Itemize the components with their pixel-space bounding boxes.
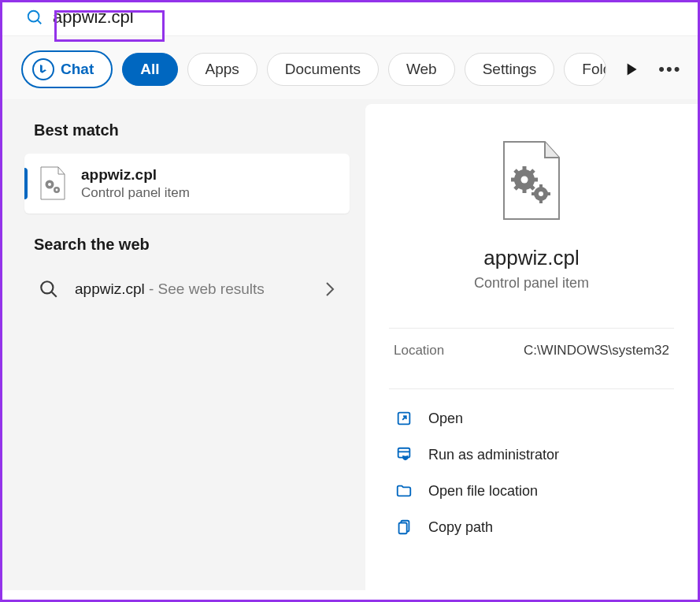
tab-chat[interactable]: Chat	[21, 50, 113, 88]
svg-line-19	[515, 185, 519, 189]
web-search-label: appwiz.cpl - See web results	[75, 281, 309, 298]
action-open-location[interactable]: Open file location	[389, 473, 674, 509]
tab-web[interactable]: Web	[388, 53, 455, 86]
actions-list: Open Run as administrator Open file loca…	[389, 388, 674, 545]
action-copy-path-label: Copy path	[428, 519, 493, 536]
svg-line-17	[530, 185, 534, 189]
filter-bar: Chat All Apps Documents Web Settings Fol…	[2, 35, 698, 99]
action-run-admin-label: Run as administrator	[428, 447, 559, 463]
svg-line-1	[38, 20, 42, 24]
svg-point-10	[521, 177, 528, 184]
tab-apps[interactable]: Apps	[187, 53, 257, 86]
tab-folders[interactable]: Folders	[564, 53, 606, 86]
selection-accent	[24, 168, 28, 199]
best-match-header: Best match	[34, 121, 350, 139]
meta-location: Location C:\WINDOWS\system32	[389, 328, 674, 373]
action-open[interactable]: Open	[389, 400, 674, 437]
svg-point-0	[28, 11, 39, 22]
chevron-right-icon	[324, 281, 335, 298]
result-title: appwiz.cpl	[81, 166, 190, 184]
folder-icon	[395, 482, 413, 500]
detail-pane: appwiz.cpl Control panel item Location C…	[365, 104, 698, 590]
search-window: Chat All Apps Documents Web Settings Fol…	[0, 0, 700, 602]
web-search-item[interactable]: appwiz.cpl - See web results	[24, 268, 350, 310]
best-match-result[interactable]: appwiz.cpl Control panel item	[24, 154, 350, 214]
svg-point-6	[41, 281, 53, 293]
control-panel-file-icon-large	[499, 140, 564, 222]
detail-subtitle: Control panel item	[389, 275, 674, 292]
content-area: Best match appwiz.cpl Control panel item…	[2, 99, 698, 590]
web-search-secondary: - See web results	[145, 281, 265, 297]
svg-point-11	[539, 191, 543, 196]
detail-title: appwiz.cpl	[389, 246, 674, 270]
result-text: appwiz.cpl Control panel item	[81, 166, 190, 201]
svg-line-16	[515, 170, 519, 174]
search-icon	[26, 9, 43, 26]
svg-line-7	[52, 292, 57, 297]
action-run-admin[interactable]: Run as administrator	[389, 437, 674, 473]
tab-all[interactable]: All	[122, 53, 177, 86]
copy-icon	[395, 518, 413, 536]
action-open-label: Open	[428, 411, 463, 427]
tab-settings[interactable]: Settings	[465, 53, 555, 86]
control-panel-file-icon	[39, 166, 67, 201]
results-pane: Best match appwiz.cpl Control panel item…	[2, 99, 361, 590]
scroll-right-icon[interactable]	[620, 59, 641, 80]
meta-location-label: Location	[394, 343, 444, 359]
action-open-location-label: Open file location	[428, 483, 538, 500]
action-copy-path[interactable]: Copy path	[389, 509, 674, 545]
search-icon	[39, 279, 59, 299]
svg-line-18	[530, 170, 534, 174]
svg-point-5	[56, 189, 58, 191]
web-search-primary: appwiz.cpl	[75, 281, 145, 297]
search-input[interactable]	[53, 7, 289, 28]
svg-rect-27	[399, 523, 407, 534]
bing-icon	[32, 58, 54, 80]
tab-documents[interactable]: Documents	[267, 53, 379, 86]
detail-icon	[499, 140, 564, 225]
more-options-button[interactable]: •••	[650, 56, 689, 83]
tab-chat-label: Chat	[61, 61, 94, 78]
search-web-header: Search the web	[34, 236, 350, 254]
meta-location-value: C:\WINDOWS\system32	[524, 343, 669, 359]
svg-point-3	[48, 183, 51, 186]
search-bar	[2, 2, 698, 35]
shield-admin-icon	[395, 446, 413, 463]
result-subtitle: Control panel item	[81, 185, 190, 201]
open-icon	[395, 410, 413, 427]
